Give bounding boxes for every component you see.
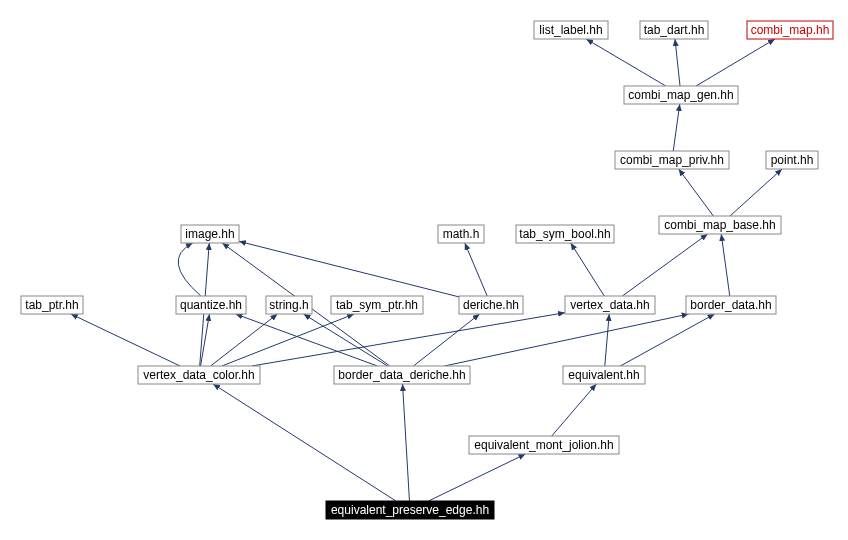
- node-label-equivalent_mont_jolion: equivalent_mont_jolion.hh: [474, 438, 613, 452]
- node-label-combi_map: combi_map.hh: [751, 23, 830, 37]
- edge-border_data_deriche-to-deriche: [413, 314, 479, 366]
- node-label-image: image.hh: [185, 227, 234, 241]
- edge-deriche-to-math: [465, 243, 487, 296]
- node-tab_sym_bool[interactable]: tab_sym_bool.hh: [516, 225, 614, 243]
- edge-equivalent_preserve_edge-to-equivalent_mont_jolion: [429, 454, 526, 501]
- node-tab_dart[interactable]: tab_dart.hh: [640, 21, 708, 39]
- node-label-combi_map_gen: combi_map_gen.hh: [628, 88, 733, 102]
- node-combi_map_priv[interactable]: combi_map_priv.hh: [615, 151, 729, 169]
- node-string[interactable]: string.h: [266, 296, 312, 314]
- node-label-equivalent_preserve_edge: equivalent_preserve_edge.hh: [331, 503, 489, 517]
- edge-equivalent-to-border_data: [620, 314, 714, 366]
- node-tab_ptr[interactable]: tab_ptr.hh: [21, 296, 83, 314]
- node-label-math: math.h: [443, 227, 480, 241]
- edge-vertex_data_color-to-tab_ptr: [71, 314, 180, 366]
- node-vertex_data[interactable]: vertex_data.hh: [565, 296, 655, 314]
- edge-vertex_data-to-combi_map_base: [622, 234, 707, 296]
- node-math[interactable]: math.h: [438, 225, 484, 243]
- node-label-string: string.h: [269, 298, 308, 312]
- node-quantize[interactable]: quantize.hh: [176, 296, 246, 314]
- edge-equivalent_mont_jolion-to-equivalent: [552, 384, 597, 436]
- node-equivalent_preserve_edge[interactable]: equivalent_preserve_edge.hh: [326, 501, 494, 519]
- edge-combi_map_gen-to-combi_map: [696, 39, 775, 86]
- node-label-point: point.hh: [771, 153, 814, 167]
- node-vertex_data_color[interactable]: vertex_data_color.hh: [138, 366, 260, 384]
- edge-border_data-to-combi_map_base: [721, 234, 730, 296]
- node-image[interactable]: image.hh: [181, 225, 239, 243]
- node-equivalent_mont_jolion[interactable]: equivalent_mont_jolion.hh: [469, 436, 619, 454]
- node-point[interactable]: point.hh: [766, 151, 818, 169]
- node-label-equivalent: equivalent.hh: [568, 368, 639, 382]
- node-label-quantize: quantize.hh: [180, 298, 242, 312]
- node-label-deriche: deriche.hh: [463, 298, 519, 312]
- edge-equivalent_preserve_edge-to-vertex_data_color: [213, 384, 396, 501]
- edge-vertex_data_color-to-tab_sym_ptr: [222, 314, 354, 366]
- edge-combi_map_priv-to-combi_map_gen: [673, 104, 680, 151]
- node-deriche[interactable]: deriche.hh: [459, 296, 523, 314]
- edge-vertex_data_color-to-vertex_data: [252, 313, 565, 366]
- edge-border_data_deriche-to-string: [304, 314, 388, 366]
- node-label-tab_dart: tab_dart.hh: [644, 23, 705, 37]
- edge-vertex_data_color-to-string: [211, 314, 278, 366]
- node-equivalent[interactable]: equivalent.hh: [563, 366, 645, 384]
- edge-deriche-to-image: [239, 241, 459, 297]
- node-label-list_label: list_label.hh: [539, 23, 602, 37]
- dependency-graph: list_label.hhtab_dart.hhcombi_map.hhcomb…: [0, 0, 848, 540]
- node-label-vertex_data: vertex_data.hh: [570, 298, 649, 312]
- node-label-vertex_data_color: vertex_data_color.hh: [143, 368, 254, 382]
- node-label-tab_ptr: tab_ptr.hh: [25, 298, 78, 312]
- node-combi_map[interactable]: combi_map.hh: [747, 21, 833, 39]
- node-label-combi_map_priv: combi_map_priv.hh: [620, 153, 724, 167]
- node-combi_map_gen[interactable]: combi_map_gen.hh: [624, 86, 738, 104]
- edge-combi_map_base-to-point: [730, 169, 782, 216]
- node-label-tab_sym_ptr: tab_sym_ptr.hh: [336, 298, 418, 312]
- node-border_data[interactable]: border_data.hh: [686, 296, 776, 314]
- node-border_data_deriche[interactable]: border_data_deriche.hh: [334, 366, 470, 384]
- node-label-tab_sym_bool: tab_sym_bool.hh: [519, 227, 610, 241]
- node-tab_sym_ptr[interactable]: tab_sym_ptr.hh: [331, 296, 423, 314]
- edge-vertex_data-to-tab_sym_bool: [571, 243, 605, 296]
- edge-border_data_deriche-to-border_data: [444, 314, 688, 366]
- edge-combi_map_gen-to-tab_dart: [675, 39, 680, 86]
- edge-equivalent_preserve_edge-to-border_data_deriche: [403, 384, 410, 501]
- edge-combi_map_gen-to-list_label: [586, 39, 666, 86]
- edge-quantize-to-image: [178, 243, 201, 296]
- node-label-combi_map_base: combi_map_base.hh: [664, 218, 775, 232]
- edge-combi_map_base-to-combi_map_priv: [679, 169, 714, 216]
- node-label-border_data_deriche: border_data_deriche.hh: [338, 368, 465, 382]
- node-label-border_data: border_data.hh: [690, 298, 771, 312]
- node-combi_map_base[interactable]: combi_map_base.hh: [659, 216, 781, 234]
- edge-equivalent-to-vertex_data: [605, 314, 609, 366]
- edge-border_data_deriche-to-quantize: [236, 314, 378, 366]
- node-list_label[interactable]: list_label.hh: [534, 21, 608, 39]
